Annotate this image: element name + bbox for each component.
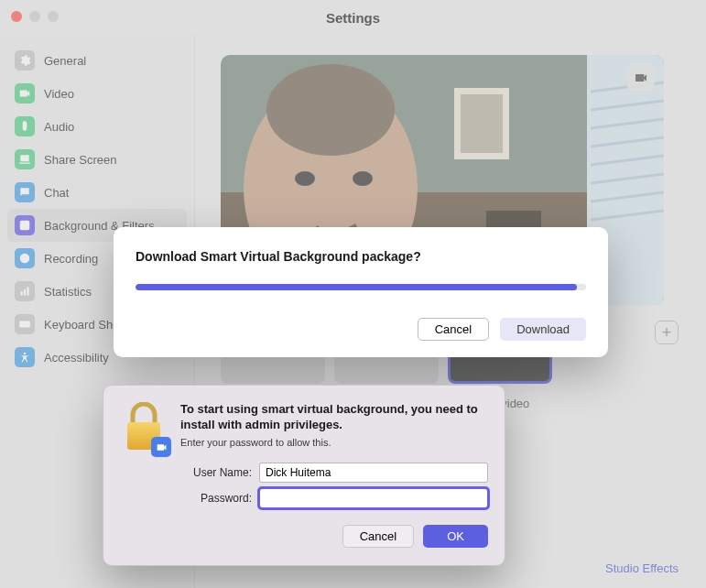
close-window-button[interactable] xyxy=(11,11,22,22)
svg-point-1 xyxy=(23,223,27,226)
window-controls xyxy=(11,11,59,22)
sidebar-item-chat[interactable]: Chat xyxy=(7,176,187,209)
auth-ok-button[interactable]: OK xyxy=(423,525,488,548)
sidebar-item-label: General xyxy=(44,54,86,68)
svg-rect-4 xyxy=(20,291,22,296)
lock-icon xyxy=(120,402,168,455)
sidebar-item-label: Share Screen xyxy=(44,153,117,167)
auth-dialog: To start using smart virtual background,… xyxy=(103,385,505,566)
svg-point-25 xyxy=(295,171,315,186)
download-progress xyxy=(136,284,586,290)
add-background-button[interactable]: + xyxy=(655,321,679,344)
sidebar-item-label: Video xyxy=(44,87,74,101)
share-icon xyxy=(15,149,35,169)
gear-icon xyxy=(15,50,35,71)
bg-icon xyxy=(15,215,35,235)
stats-icon xyxy=(15,281,35,301)
studio-effects-link[interactable]: Studio Effects xyxy=(605,561,679,575)
fullscreen-window-button[interactable] xyxy=(48,11,59,22)
auth-subtext: Enter your password to allow this. xyxy=(180,437,488,448)
svg-rect-21 xyxy=(461,94,503,153)
svg-rect-6 xyxy=(27,287,28,295)
video-badge-icon xyxy=(151,437,171,457)
username-label: User Name: xyxy=(182,466,252,479)
download-cancel-button[interactable]: Cancel xyxy=(418,318,489,341)
sidebar-item-label: Accessibility xyxy=(44,351,109,365)
svg-point-8 xyxy=(24,353,26,354)
svg-rect-7 xyxy=(19,321,30,328)
auth-heading: To start using smart virtual background,… xyxy=(180,402,488,433)
video-icon xyxy=(15,83,35,103)
sidebar-item-audio[interactable]: Audio xyxy=(7,110,187,143)
password-label: Password: xyxy=(182,492,252,505)
svg-point-24 xyxy=(266,64,395,156)
sidebar-item-label: Recording xyxy=(44,252,98,266)
sidebar-item-video[interactable]: Video xyxy=(7,77,187,110)
rotate-camera-button[interactable] xyxy=(627,64,655,92)
access-icon xyxy=(15,347,35,367)
chat-icon xyxy=(15,182,35,202)
download-confirm-button[interactable]: Download xyxy=(500,318,586,341)
audio-icon xyxy=(15,116,35,136)
svg-rect-5 xyxy=(24,289,26,296)
download-dialog: Download Smart Virtual Background packag… xyxy=(114,227,608,357)
sidebar-item-share-screen[interactable]: Share Screen xyxy=(7,143,187,176)
minimize-window-button[interactable] xyxy=(29,11,40,22)
kbd-icon xyxy=(15,314,35,334)
sidebar-item-label: Chat xyxy=(44,186,69,200)
username-field[interactable]: Dick Huitema xyxy=(259,463,488,483)
window-title: Settings xyxy=(326,10,380,26)
svg-point-26 xyxy=(353,171,373,186)
svg-point-3 xyxy=(23,256,27,261)
sidebar-item-general[interactable]: General xyxy=(7,44,187,77)
password-field[interactable] xyxy=(259,488,488,508)
sidebar-item-label: Statistics xyxy=(44,285,92,299)
titlebar: Settings xyxy=(0,0,706,35)
record-icon xyxy=(15,248,35,268)
sidebar-item-label: Audio xyxy=(44,120,74,134)
download-dialog-title: Download Smart Virtual Background packag… xyxy=(136,249,586,264)
auth-cancel-button[interactable]: Cancel xyxy=(342,525,414,548)
